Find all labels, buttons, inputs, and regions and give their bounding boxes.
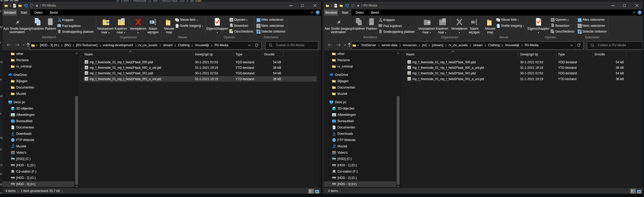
svg-text:IV: IV <box>552 19 554 21</box>
svg-text:IV: IV <box>408 66 410 69</box>
svg-text:IV: IV <box>85 61 88 63</box>
svg-text:IV: IV <box>231 19 233 21</box>
svg-text:IV: IV <box>85 72 88 74</box>
svg-text:?: ? <box>317 11 318 14</box>
svg-text:IV: IV <box>408 78 410 80</box>
svg-text:IV: IV <box>408 72 410 74</box>
svg-text:IV: IV <box>408 61 410 63</box>
svg-text:IV: IV <box>85 78 88 80</box>
svg-text:?: ? <box>639 11 640 14</box>
svg-text:IV: IV <box>85 66 88 69</box>
